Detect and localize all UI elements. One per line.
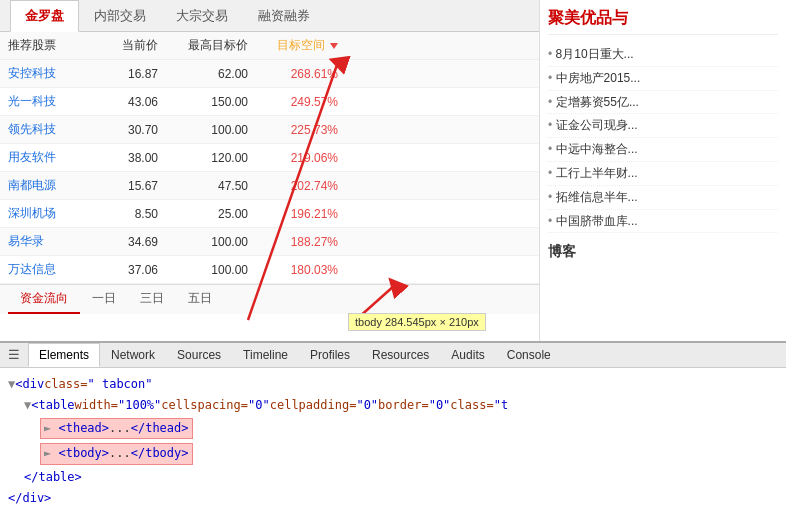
col-header-price: 当前价: [88, 37, 158, 54]
stock-max-price: 150.00: [158, 95, 248, 109]
table-row[interactable]: 用友软件 38.00 120.00 219.06%: [0, 144, 539, 172]
devtools-tab-elements[interactable]: Elements: [28, 343, 100, 367]
news-item[interactable]: 中房地产2015...: [548, 67, 778, 91]
bottom-tabs: 资金流向一日三日五日: [0, 284, 539, 314]
stock-cur-price: 38.00: [88, 151, 158, 165]
code-line: ▼ <table width="100%" cellspacing="0" ce…: [8, 395, 778, 416]
stock-name: 万达信息: [8, 261, 88, 278]
stock-space: 268.61%: [248, 67, 338, 81]
code-line: ▼ <div class=" tabcon": [8, 374, 778, 395]
stock-cur-price: 43.06: [88, 95, 158, 109]
stock-max-price: 47.50: [158, 179, 248, 193]
stock-name: 用友软件: [8, 149, 88, 166]
company-title: 聚美优品与: [548, 8, 778, 35]
table-row[interactable]: 安控科技 16.87 62.00 268.61%: [0, 60, 539, 88]
devtools-tab-resources[interactable]: Resources: [361, 343, 440, 367]
stock-max-price: 25.00: [158, 207, 248, 221]
blog-title: 博客: [548, 243, 778, 261]
tab-internal-trade[interactable]: 内部交易: [79, 0, 161, 32]
stock-cur-price: 16.87: [88, 67, 158, 81]
stock-name: 南都电源: [8, 177, 88, 194]
devtools-tab-network[interactable]: Network: [100, 343, 166, 367]
table-row[interactable]: 深圳机场 8.50 25.00 196.21%: [0, 200, 539, 228]
table-row[interactable]: 易华录 34.69 100.00 188.27%: [0, 228, 539, 256]
devtools-code-area: ▼ <div class=" tabcon"▼ <table width="10…: [0, 368, 786, 515]
stock-space: 196.21%: [248, 207, 338, 221]
devtools-tab-profiles[interactable]: Profiles: [299, 343, 361, 367]
stock-cur-price: 8.50: [88, 207, 158, 221]
stock-name: 深圳机场: [8, 205, 88, 222]
devtools-icon-cursor[interactable]: ☰: [4, 343, 24, 367]
stock-name: 安控科技: [8, 65, 88, 82]
stock-cur-price: 34.69: [88, 235, 158, 249]
tab-margin[interactable]: 融资融券: [243, 0, 325, 32]
col-header-space: 目标空间: [248, 37, 338, 54]
devtools-panel: ☰ ElementsNetworkSourcesTimelineProfiles…: [0, 341, 786, 515]
stock-space: 188.27%: [248, 235, 338, 249]
stock-space: 219.06%: [248, 151, 338, 165]
news-list: 8月10日重大...中房地产2015...定增募资55亿...证金公司现身...…: [548, 43, 778, 233]
bottom-tab-三日[interactable]: 三日: [128, 285, 176, 314]
table-row[interactable]: 领先科技 30.70 100.00 225.73%: [0, 116, 539, 144]
news-item[interactable]: 证金公司现身...: [548, 114, 778, 138]
code-line: </table>: [8, 467, 778, 488]
stock-name: 易华录: [8, 233, 88, 250]
stock-table-body: 安控科技 16.87 62.00 268.61% 光一科技 43.06 150.…: [0, 60, 539, 284]
stock-max-price: 120.00: [158, 151, 248, 165]
stock-space: 202.74%: [248, 179, 338, 193]
news-item[interactable]: 8月10日重大...: [548, 43, 778, 67]
bottom-tab-一日[interactable]: 一日: [80, 285, 128, 314]
code-line: </div>: [8, 488, 778, 509]
devtools-tab-audits[interactable]: Audits: [440, 343, 495, 367]
devtools-tab-sources[interactable]: Sources: [166, 343, 232, 367]
table-row[interactable]: 南都电源 15.67 47.50 202.74%: [0, 172, 539, 200]
col-header-target: 最高目标价: [158, 37, 248, 54]
tab-bar: 金罗盘 内部交易 大宗交易 融资融券: [0, 0, 539, 32]
news-item[interactable]: 工行上半年财...: [548, 162, 778, 186]
devtools-tab-timeline[interactable]: Timeline: [232, 343, 299, 367]
devtools-tab-bar: ☰ ElementsNetworkSourcesTimelineProfiles…: [0, 343, 786, 368]
stock-space: 225.73%: [248, 123, 338, 137]
table-row[interactable]: 光一科技 43.06 150.00 249.57%: [0, 88, 539, 116]
news-item[interactable]: 中远中海整合...: [548, 138, 778, 162]
sort-arrow-icon: [330, 43, 338, 49]
stock-cur-price: 37.06: [88, 263, 158, 277]
stock-space: 249.57%: [248, 95, 338, 109]
col-header-stock: 推荐股票: [8, 37, 88, 54]
code-line: ► <tbody>...</tbody>: [8, 441, 778, 466]
stock-cur-price: 30.70: [88, 123, 158, 137]
bottom-tab-五日[interactable]: 五日: [176, 285, 224, 314]
table-row[interactable]: 万达信息 37.06 100.00 180.03%: [0, 256, 539, 284]
devtools-tab-console[interactable]: Console: [496, 343, 562, 367]
news-item[interactable]: 拓维信息半年...: [548, 186, 778, 210]
stock-max-price: 100.00: [158, 123, 248, 137]
right-panel: 聚美优品与 8月10日重大...中房地产2015...定增募资55亿...证金公…: [540, 0, 786, 350]
stock-name: 光一科技: [8, 93, 88, 110]
bottom-tab-资金流向[interactable]: 资金流向: [8, 285, 80, 314]
stock-cur-price: 15.67: [88, 179, 158, 193]
stock-space: 180.03%: [248, 263, 338, 277]
tab-block-trade[interactable]: 大宗交易: [161, 0, 243, 32]
stock-name: 领先科技: [8, 121, 88, 138]
stock-max-price: 100.00: [158, 235, 248, 249]
news-item[interactable]: 中国脐带血库...: [548, 210, 778, 234]
stock-max-price: 100.00: [158, 263, 248, 277]
stock-max-price: 62.00: [158, 67, 248, 81]
news-item[interactable]: 定增募资55亿...: [548, 91, 778, 115]
table-header: 推荐股票 当前价 最高目标价 目标空间: [0, 32, 539, 60]
code-line: ► <thead>...</thead>: [8, 416, 778, 441]
tooltip-badge: tbody 284.545px × 210px: [348, 313, 486, 331]
tab-jinluopan[interactable]: 金罗盘: [10, 0, 79, 32]
